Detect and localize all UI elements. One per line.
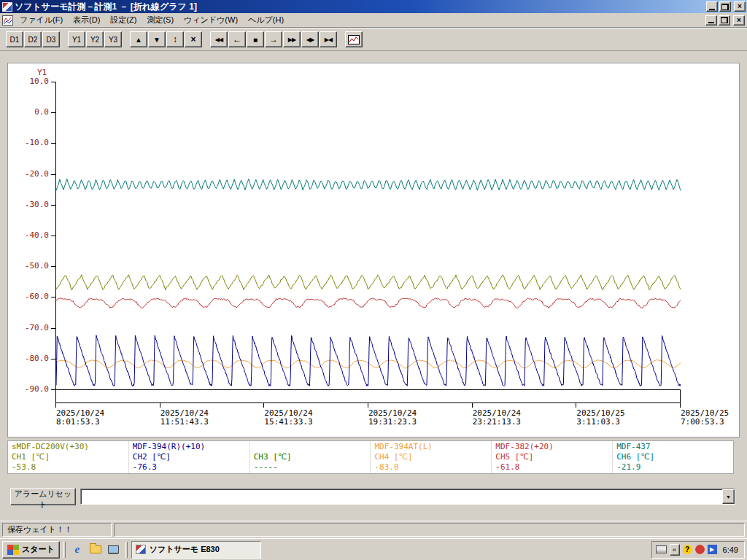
toolbar-fast-forward-button[interactable]: ▶▶ bbox=[283, 31, 301, 47]
toolbar-step-forward-button[interactable]: → bbox=[265, 31, 282, 47]
menu-items: ファイル(F)表示(D)設定(Z)測定(S)ウィンドウ(W)ヘルプ(H) bbox=[15, 12, 289, 28]
toolbar-digital-display-icon[interactable] bbox=[345, 31, 363, 47]
close-icon: × bbox=[738, 3, 742, 10]
toolbar-y1-button[interactable]: Y1 bbox=[68, 31, 85, 47]
window-title: ソフトサーモ計測－計測1 － [折れ線グラフ 1] bbox=[15, 1, 705, 13]
toolbar-rewind-button[interactable]: ◀◀ bbox=[210, 31, 228, 47]
series-ch5 bbox=[56, 298, 681, 308]
legend-sensor-name: MDF-437 bbox=[616, 442, 733, 452]
legend-current-value: -83.0 bbox=[374, 462, 491, 472]
chevron-down-icon: ▼ bbox=[726, 494, 731, 499]
start-button[interactable]: スタート bbox=[2, 541, 60, 559]
legend-ch3: CH3 [℃]----- bbox=[249, 441, 371, 473]
x-axis-tick bbox=[368, 403, 368, 408]
x-axis-tick-label: 2025/10/253:11:03.3 bbox=[576, 409, 624, 427]
toolbar-step-back-button[interactable]: ← bbox=[228, 31, 246, 47]
legend-ch1: sMDF-DC200V(+30)CH1 [℃]-53.8 bbox=[8, 441, 128, 473]
child-minimize-button[interactable] bbox=[705, 15, 717, 26]
legend-channel-label: CH5 [℃] bbox=[495, 452, 612, 462]
y-axis-tick bbox=[51, 297, 55, 298]
legend-channel-label: CH3 [℃] bbox=[254, 452, 371, 462]
tray-collapse-button[interactable]: « bbox=[670, 544, 680, 556]
menu-help[interactable]: ヘルプ(H) bbox=[243, 12, 289, 28]
y-axis-tick bbox=[51, 359, 55, 359]
alarm-combobox[interactable]: ▼ bbox=[80, 489, 735, 505]
menu-window[interactable]: ウィンドウ(W) bbox=[179, 12, 243, 28]
toolbar-expand-vertical-button[interactable]: ↕ bbox=[166, 31, 184, 47]
y-axis-tick bbox=[51, 389, 55, 390]
time-range-box[interactable] bbox=[55, 389, 681, 403]
client-area: Y1 10.00.0-10.0-20.0-30.0-40.0-50.0-60.0… bbox=[0, 51, 747, 521]
keyboard-tray-icon[interactable] bbox=[656, 545, 667, 553]
x-axis-tick bbox=[263, 403, 264, 408]
security-tray-icon[interactable] bbox=[695, 545, 705, 554]
chevron-left-icon: « bbox=[673, 546, 676, 553]
alarm-reset-button[interactable]: アラームリセット bbox=[10, 488, 76, 505]
toolbar-y3-button[interactable]: Y3 bbox=[104, 31, 122, 47]
legend-current-value: -61.8 bbox=[495, 462, 612, 472]
quicklaunch-grip[interactable] bbox=[63, 542, 66, 558]
tasklist-grip[interactable] bbox=[125, 542, 128, 558]
minimize-button[interactable] bbox=[706, 1, 718, 12]
toolbar-stop-button[interactable]: ■ bbox=[247, 31, 264, 47]
child-restore-icon bbox=[721, 17, 728, 23]
combobox-dropdown-button[interactable]: ▼ bbox=[722, 489, 735, 504]
internet-explorer-icon[interactable]: e bbox=[69, 542, 85, 558]
app-icon[interactable] bbox=[2, 2, 12, 12]
x-axis-tick bbox=[576, 403, 576, 408]
x-axis-tick-label: 2025/10/248:01:53.3 bbox=[56, 409, 104, 427]
legend-ch2: MDF-394(R)(+10)CH2 [℃]-76.3 bbox=[128, 441, 249, 473]
menu-measure[interactable]: 測定(S) bbox=[142, 12, 179, 28]
toolbar-scale-reset-button[interactable]: × bbox=[185, 31, 202, 47]
titlebar: ソフトサーモ計測－計測1 － [折れ線グラフ 1] × bbox=[0, 0, 747, 13]
toolbar-scroll-up-button[interactable]: ▲ bbox=[130, 31, 147, 47]
legend-sensor-name: MDF-394AT(L) bbox=[374, 442, 491, 452]
legend-ch5: MDF-382(+20)CH5 [℃]-61.8 bbox=[491, 441, 612, 473]
y-axis-tick bbox=[51, 82, 55, 82]
status-message: 保存ウェイト！！ bbox=[7, 524, 72, 535]
menu-settings[interactable]: 設定(Z) bbox=[105, 12, 142, 28]
x-axis-tick-label: 2025/10/2419:31:23.3 bbox=[368, 409, 417, 427]
minimize-icon bbox=[709, 9, 715, 10]
series-ch6 bbox=[56, 179, 681, 190]
show-desktop-icon[interactable] bbox=[106, 542, 122, 558]
menu-view[interactable]: 表示(D) bbox=[68, 12, 105, 28]
child-restore-button[interactable] bbox=[719, 15, 730, 26]
child-window-controls: × bbox=[704, 15, 745, 26]
restore-button[interactable] bbox=[719, 1, 731, 12]
legend-channel-label: CH6 [℃] bbox=[616, 452, 733, 462]
toolbar-d1-button[interactable]: D1 bbox=[6, 31, 23, 47]
legend-ch4: MDF-394AT(L)CH4 [℃]-83.0 bbox=[370, 441, 491, 473]
toolbar-scroll-down-button[interactable]: ▼ bbox=[148, 31, 166, 47]
line-graph-panel: Y1 10.00.0-10.0-20.0-30.0-40.0-50.0-60.0… bbox=[7, 63, 740, 438]
close-button[interactable]: × bbox=[734, 1, 746, 12]
app-icon-small bbox=[136, 545, 146, 554]
toolbar-expand-time-button[interactable]: ◀▶ bbox=[301, 31, 319, 47]
toolbar-compress-time-button[interactable]: ▶◀ bbox=[320, 31, 337, 47]
y-axis-tick-label: 0.0 bbox=[15, 108, 49, 116]
task-label: ソフトサーモ E830 bbox=[150, 544, 220, 555]
x-axis-tick-label: 2025/10/2415:41:33.3 bbox=[264, 409, 312, 427]
y-axis-tick-label: -50.0 bbox=[15, 262, 49, 270]
y-axis-tick-label: -80.0 bbox=[15, 354, 49, 362]
task-button-softthermo[interactable]: ソフトサーモ E830 bbox=[131, 541, 261, 559]
x-axis-tick-label: 2025/10/257:00:53.3 bbox=[681, 409, 729, 427]
legend-current-value: -53.8 bbox=[12, 462, 128, 472]
series-ch1 bbox=[56, 275, 681, 290]
legend-current-value: ----- bbox=[254, 462, 371, 472]
legend-current-value: -21.9 bbox=[616, 462, 733, 472]
y-axis-tick-label: -90.0 bbox=[15, 385, 49, 393]
graph-document-icon[interactable] bbox=[2, 15, 13, 26]
legend-channel-label: CH4 [℃] bbox=[374, 452, 491, 462]
toolbar-d3-button[interactable]: D3 bbox=[42, 31, 60, 47]
toolbar-y2-button[interactable]: Y2 bbox=[86, 31, 104, 47]
toolbar-d2-button[interactable]: D2 bbox=[24, 31, 42, 47]
update-tray-icon[interactable]: ? bbox=[683, 545, 692, 554]
media-tray-icon[interactable]: ▶ bbox=[708, 545, 717, 554]
ie-glyph: e bbox=[74, 543, 80, 556]
folder-icon[interactable] bbox=[88, 542, 104, 558]
menu-file[interactable]: ファイル(F) bbox=[15, 12, 68, 28]
status-spacer-panel bbox=[114, 523, 745, 537]
taskbar: スタート e ソフトサーモ E830 « ? ▶ 6:49 bbox=[0, 538, 747, 560]
child-close-button[interactable]: × bbox=[733, 15, 745, 26]
